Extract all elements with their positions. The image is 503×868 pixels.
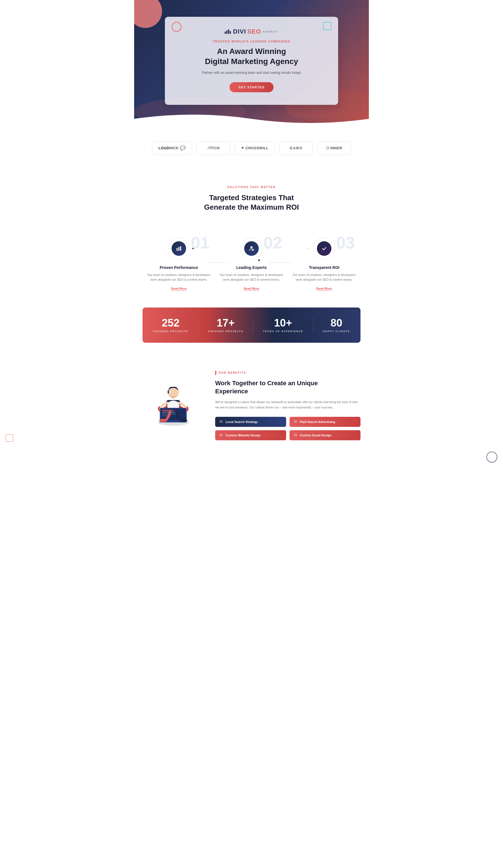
- feature-icon-wrap-2: [240, 237, 263, 260]
- stat-number-4: 80: [323, 318, 350, 328]
- feature-dot-3: [307, 248, 309, 249]
- benefits-eyebrow-bar: [215, 371, 216, 375]
- benefits-section: OUR BENEFITS Work Together to Create an …: [134, 354, 369, 452]
- benefit-btn-2[interactable]: 02 Paid Search Advertising: [290, 417, 360, 427]
- stat-number-1: 252: [153, 318, 188, 328]
- solutions-eyebrow: SOLUTIONS THAT MATTER: [145, 186, 358, 189]
- benefits-content: OUR BENEFITS Work Together to Create an …: [215, 371, 360, 440]
- logo-inner: ⬡ INNER: [317, 141, 351, 155]
- svg-rect-26: [162, 410, 173, 411]
- benefit-label-1: Local Search Strategy: [226, 420, 258, 424]
- hero-subtitle: Partner with an award-winning team and s…: [182, 70, 321, 75]
- feature-icon-outer-1: [168, 237, 190, 260]
- benefits-illustration: [143, 371, 204, 426]
- benefit-btn-4[interactable]: 04 Custom Email Design: [290, 430, 360, 440]
- stat-number-3: 10+: [263, 318, 303, 328]
- person-settings-icon: [249, 246, 254, 251]
- hero-card-square-decoration: [323, 22, 332, 30]
- feature-card-1: 01 Proven Performance O: [145, 237, 212, 291]
- feature-desc-1: Our team of creatives, designers & devel…: [145, 272, 212, 282]
- stat-finished-projects: 252 FINISHED PROJECTS: [153, 318, 188, 333]
- logo-pitch: 𝒫 ITCH: [197, 141, 230, 155]
- stat-label-1: FINISHED PROJECTS: [153, 330, 188, 333]
- stat-years-experience: 10+ YEARS OF EXPERIENCE: [263, 318, 303, 333]
- stat-label-4: HAPPY CLIENTS: [323, 330, 350, 333]
- feature-card-2: 02: [218, 237, 285, 291]
- benefit-label-4: Custom Email Design: [300, 434, 332, 437]
- hero-wave: [134, 111, 369, 127]
- logos-section: LOUDNICK 💬 𝒫 ITCH ✦ CROSSWILL GABO ⬡ INN…: [134, 127, 369, 169]
- solutions-title: Targeted Strategies That Generate the Ma…: [145, 193, 358, 212]
- chat-icon: 💬: [180, 145, 186, 151]
- get-started-button[interactable]: GET STARTED: [229, 82, 273, 92]
- brand-logo: DIVI SEO AGENCY: [182, 28, 321, 35]
- stat-label-3: YEARS OF EXPERIENCE: [263, 330, 303, 333]
- logo-crosswill: ✦ CROSSWILL: [234, 141, 275, 155]
- benefit-num-3: 03: [220, 434, 223, 437]
- logo-seo: SEO: [247, 28, 261, 35]
- solutions-section: SOLUTIONS THAT MATTER Targeted Strategie…: [134, 169, 369, 237]
- stat-team-members: 17+ FINISHED PROJECTS: [208, 318, 243, 333]
- benefit-btn-1[interactable]: 01 Local Search Strategy: [215, 417, 286, 427]
- hero-title: An Award Winning Digital Marketing Agenc…: [182, 46, 321, 67]
- person-working-illustration: [145, 371, 201, 426]
- benefit-label-2: Paid Search Advertising: [300, 420, 335, 424]
- feature-icon-inner-1: [171, 241, 186, 256]
- svg-rect-23: [168, 390, 169, 394]
- svg-rect-7: [180, 246, 181, 251]
- svg-point-30: [159, 419, 166, 422]
- feature-icon-outer-2: [240, 237, 263, 260]
- hero-card-circle-decoration: [171, 22, 182, 32]
- feature-card-3: 03 Transparent ROI Our team of creatives…: [291, 237, 358, 291]
- feature-read-more-2[interactable]: Read More: [244, 287, 259, 291]
- feature-title-1: Proven Performance: [145, 265, 212, 270]
- svg-rect-5: [177, 248, 178, 251]
- feature-icon-inner-2: [244, 241, 259, 256]
- feature-title-3: Transparent ROI: [291, 265, 358, 270]
- feature-desc-2: Our team of creatives, designers & devel…: [218, 272, 285, 282]
- feature-read-more-3[interactable]: Read More: [316, 287, 332, 291]
- feature-desc-3: Our team of creatives, designers & devel…: [291, 272, 358, 282]
- features-row: 01 Proven Performance O: [134, 237, 369, 302]
- svg-point-31: [180, 419, 187, 422]
- benefits-title: Work Together to Create an Unique Experi…: [215, 379, 360, 395]
- logo-bars-icon: [225, 29, 231, 34]
- feature-read-more-1[interactable]: Read More: [171, 287, 187, 291]
- hero-decoration-circle: [134, 0, 162, 28]
- feature-icon-outer-3: [313, 237, 335, 260]
- stat-happy-clients: 80 HAPPY CLIENTS: [323, 318, 350, 333]
- svg-point-9: [252, 249, 254, 250]
- feature-icon-inner-3: [317, 241, 332, 256]
- hero-trusted-text: Trusted world's leading companies: [182, 40, 321, 43]
- logo-gabo: GABO: [280, 141, 313, 155]
- pitch-icon: 𝒫: [207, 145, 210, 151]
- stats-section: 252 FINISHED PROJECTS 17+ FINISHED PROJE…: [143, 308, 360, 343]
- benefits-eyebrow: OUR BENEFITS: [215, 371, 360, 375]
- benefit-btn-3[interactable]: 03 Custom Website Design: [215, 430, 286, 440]
- svg-rect-6: [178, 247, 179, 251]
- stat-number-2: 17+: [208, 318, 243, 328]
- features-container: 01 Proven Performance O: [134, 237, 369, 302]
- stat-divider-3: [313, 318, 313, 332]
- hero-section: DIVI SEO AGENCY Trusted world's leading …: [134, 0, 369, 127]
- logo-divi: DIVI: [233, 28, 246, 35]
- svg-point-8: [250, 246, 252, 248]
- hero-card: DIVI SEO AGENCY Trusted world's leading …: [165, 17, 338, 105]
- feature-dot-2: [258, 259, 260, 261]
- feature-dots-1: [192, 248, 196, 249]
- benefits-desc: We've designed a culture that allows our…: [215, 400, 360, 410]
- benefits-grid: 01 Local Search Strategy 02 Paid Search …: [215, 417, 360, 440]
- feature-icon-wrap-3: [313, 237, 335, 260]
- crosswill-icon: ✦: [241, 146, 244, 150]
- checkmark-icon: [321, 246, 327, 251]
- feature-icon-wrap-1: [168, 237, 190, 260]
- benefit-label-3: Custom Website Design: [226, 434, 261, 437]
- stat-divider-1: [198, 318, 198, 332]
- benefit-num-1: 01: [220, 420, 223, 423]
- logo-loudnick: LOUDNICK 💬: [152, 141, 192, 155]
- benefit-num-4: 04: [294, 434, 297, 437]
- stat-label-2: FINISHED PROJECTS: [208, 330, 243, 333]
- benefit-num-2: 02: [294, 420, 297, 423]
- feature-title-2: Leading Experts: [218, 265, 285, 270]
- bar-chart-icon: [176, 246, 182, 251]
